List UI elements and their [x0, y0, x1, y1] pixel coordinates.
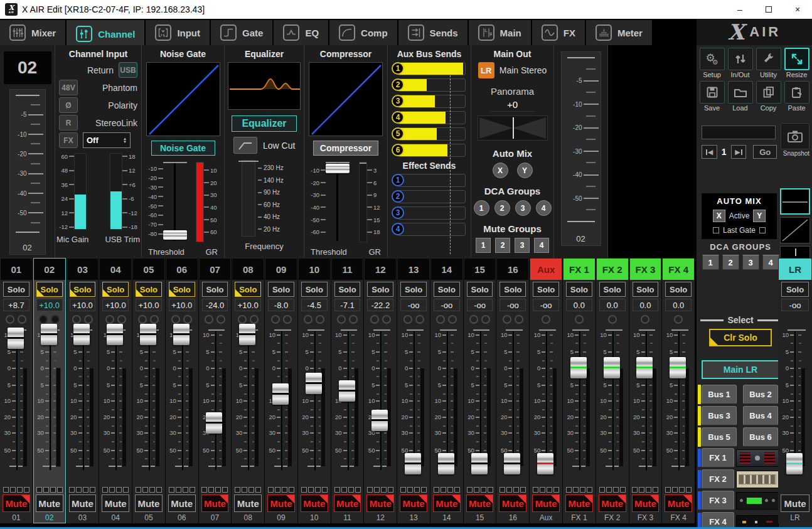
fader-db-value[interactable]: +10.0	[169, 299, 195, 311]
solo-button[interactable]: Solo	[235, 282, 261, 297]
fader-db-value[interactable]: 0.0	[599, 299, 626, 311]
strip-header[interactable]: FX 4	[663, 259, 694, 280]
send-level-track[interactable]	[398, 95, 466, 108]
solo-button[interactable]: Solo	[169, 282, 195, 297]
fader-handle[interactable]	[670, 357, 686, 378]
channel-fader[interactable]: 1050510203050	[465, 326, 495, 484]
dca-2-button[interactable]: 2	[494, 200, 510, 216]
snapshot-camera-button[interactable]	[781, 123, 809, 149]
lr-pan-indicator[interactable]	[780, 246, 810, 259]
channel-fader[interactable]: 1050510203050	[134, 326, 164, 484]
compressor-toggle-button[interactable]: Compressor	[313, 141, 378, 156]
comp-threshold-handle[interactable]	[326, 164, 350, 173]
fader-handle[interactable]	[306, 373, 322, 394]
tab-input[interactable]: Input	[146, 20, 211, 45]
solo-button[interactable]: Solo	[566, 282, 592, 297]
bus-1-button[interactable]: Bus 1	[702, 385, 737, 404]
fx-3-button[interactable]: FX 3	[702, 491, 734, 510]
strip-header[interactable]: 04	[100, 259, 131, 280]
strip-header[interactable]: 14	[431, 259, 462, 280]
snapshot-name-input[interactable]	[702, 126, 776, 139]
channel-fader[interactable]: 1050510203050	[779, 326, 811, 484]
strip-header[interactable]: LR	[779, 259, 811, 280]
send-level-track[interactable]	[398, 190, 466, 203]
fader-db-value[interactable]: 0.0	[665, 299, 692, 311]
clear-solo-button[interactable]: Clr Solo	[709, 329, 772, 346]
solo-button[interactable]: Solo	[633, 282, 659, 297]
fader-db-value[interactable]: -4.5	[301, 299, 328, 311]
mute-button[interactable]: Mute	[301, 494, 328, 512]
fader-handle[interactable]	[438, 453, 454, 474]
solo-button[interactable]: Solo	[781, 282, 809, 297]
lowcut-button[interactable]	[233, 137, 257, 154]
utility-button[interactable]	[756, 48, 781, 70]
mute-button[interactable]: Mute	[781, 494, 809, 512]
channel-fader[interactable]: 1050510203050	[68, 326, 98, 484]
channel-fader[interactable]: 1050510203050	[233, 326, 263, 484]
effect-send-4[interactable]: 4	[392, 223, 466, 236]
fader-handle[interactable]	[371, 410, 388, 431]
mute-button[interactable]: Mute	[234, 494, 262, 512]
polarity-button[interactable]: Ø	[59, 97, 78, 113]
equalizer-toggle-button[interactable]: Equalizer	[232, 115, 297, 132]
effect-send-2[interactable]: 2	[392, 190, 466, 203]
strip-header[interactable]: 10	[299, 259, 330, 280]
fader-handle[interactable]	[206, 412, 222, 434]
copy-button[interactable]	[756, 81, 781, 104]
close-button[interactable]: ×	[783, 0, 812, 19]
aux-send-1[interactable]: 1	[392, 62, 466, 75]
tab-eq[interactable]: EQ	[274, 20, 329, 45]
solo-button[interactable]: Solo	[102, 282, 129, 297]
solo-button[interactable]: Solo	[136, 282, 162, 297]
channel-fader[interactable]: 1050510203050	[100, 326, 131, 484]
bus-2-button[interactable]: Bus 2	[743, 385, 778, 404]
strip-header[interactable]: 02	[34, 259, 65, 280]
fader-db-value[interactable]: -oo	[434, 299, 460, 311]
fader-db-value[interactable]: -oo	[467, 299, 493, 311]
channel-fader[interactable]: 1050510203050	[266, 326, 296, 484]
fader-handle[interactable]	[107, 324, 123, 345]
snapshot-prev-button[interactable]: ◀	[702, 145, 717, 159]
mute-button[interactable]: Mute	[599, 494, 626, 512]
fader-db-value[interactable]: +10.0	[36, 299, 63, 311]
send-level-track[interactable]	[398, 223, 466, 236]
bus-6-button[interactable]: Bus 6	[743, 427, 778, 447]
send-level-track[interactable]	[398, 174, 466, 187]
fader-db-value[interactable]: +8.7	[3, 299, 29, 311]
load-button[interactable]	[728, 81, 753, 104]
stereolink-button[interactable]: R	[59, 115, 78, 131]
channel-fader[interactable]: 1050510203050	[631, 326, 661, 484]
pan-control[interactable]	[478, 115, 548, 141]
mute-button[interactable]: Mute	[3, 494, 30, 512]
mute-button[interactable]: Mute	[69, 494, 97, 512]
fader-handle[interactable]	[173, 324, 190, 345]
fader-handle[interactable]	[272, 383, 289, 405]
fader-handle[interactable]	[140, 324, 156, 345]
fader-handle[interactable]	[504, 453, 520, 474]
usb-trim-meter[interactable]: 1812+6-6-12-18	[110, 153, 139, 230]
strip-header[interactable]: 05	[133, 259, 164, 280]
fader-handle[interactable]	[471, 453, 488, 474]
solo-button[interactable]: Solo	[665, 282, 692, 297]
channel-fader[interactable]: 1050510203050	[35, 326, 65, 484]
send-level-track[interactable]	[398, 62, 466, 75]
tab-meter[interactable]: Meter	[586, 20, 653, 45]
mute-button[interactable]: Mute	[102, 494, 129, 512]
setup-button[interactable]: ⚙⚙	[700, 48, 725, 70]
tab-fx[interactable]: FX	[532, 20, 586, 45]
comp-threshold-fader[interactable]	[326, 162, 350, 242]
mute-button[interactable]: Mute	[36, 494, 63, 512]
fader-db-value[interactable]: -8.0	[268, 299, 294, 311]
dca-4-button[interactable]: 4	[762, 255, 779, 270]
effect-send-1[interactable]: 1	[392, 174, 466, 187]
bus-5-button[interactable]: Bus 5	[702, 427, 737, 447]
effect-send-3[interactable]: 3	[392, 206, 466, 220]
mute-button[interactable]: Mute	[665, 494, 692, 512]
channel-fader[interactable]: 1050510203050	[597, 326, 628, 484]
automix-y-button[interactable]: Y	[517, 163, 533, 178]
noise-gate-toggle-button[interactable]: Noise Gate	[151, 141, 215, 156]
channel-fader[interactable]: 1050510203050	[365, 326, 395, 484]
solo-button[interactable]: Solo	[400, 282, 427, 297]
fader-handle[interactable]	[8, 328, 24, 349]
dca-1-button[interactable]: 1	[474, 200, 489, 216]
